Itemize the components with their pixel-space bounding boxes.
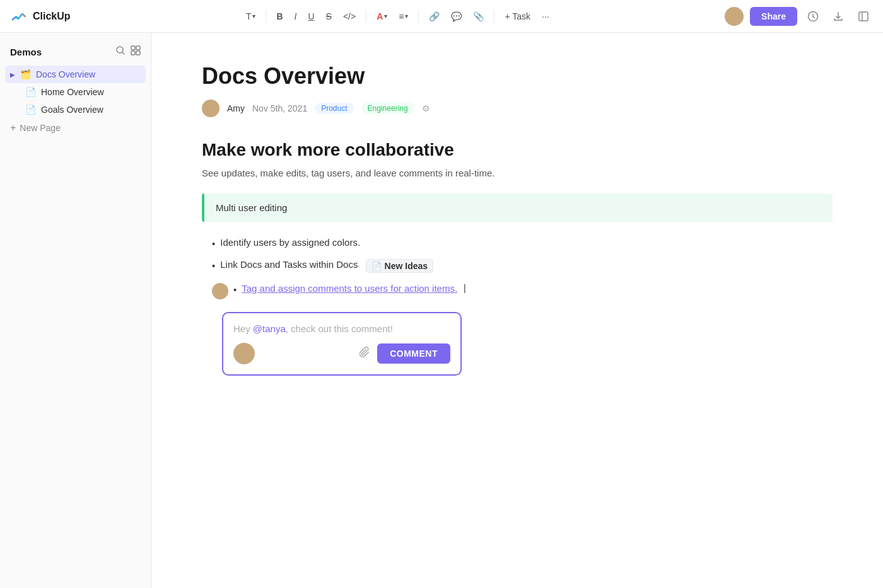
sidebar: Demos ▶ 🗂️ Docs Overview 📄 Home Overview	[0, 33, 151, 588]
search-btn[interactable]	[115, 45, 126, 58]
tag-product[interactable]: Product	[315, 103, 353, 114]
list-item: • Link Docs and Tasks within Docs 📄 New …	[202, 259, 833, 273]
sidebar-toggle-btn[interactable]	[854, 7, 873, 26]
sidebar-item-label: Goals Overview	[41, 105, 103, 115]
svg-point-13	[217, 286, 223, 292]
svg-point-16	[238, 355, 250, 363]
italic-label: I	[295, 11, 297, 21]
code-label: </>	[343, 11, 356, 21]
svg-point-0	[730, 11, 738, 18]
inline-doc-link[interactable]: 📄 New Ideas	[366, 259, 433, 273]
tag-engineering[interactable]: Engineering	[361, 103, 414, 114]
author-avatar	[202, 100, 219, 117]
svg-rect-3	[859, 12, 868, 21]
separator-3	[418, 10, 419, 23]
align-label: ≡	[399, 11, 404, 21]
history-btn[interactable]	[804, 7, 822, 26]
sidebar-item-docs-overview[interactable]: ▶ 🗂️ Docs Overview	[5, 66, 146, 83]
inline-link-label: New Ideas	[385, 261, 428, 271]
chevron-down-icon: ▾	[252, 13, 255, 20]
highlight-text: Multi user editing	[216, 202, 287, 213]
page-icon-2: 📄	[25, 105, 36, 115]
app-logo: ClickUp	[10, 8, 71, 25]
arrow-icon: ▶	[10, 71, 15, 78]
svg-rect-10	[136, 51, 140, 55]
attachment-btn[interactable]: 📎	[469, 9, 488, 24]
plus-icon: +	[10, 122, 16, 134]
attach-btn[interactable]	[360, 347, 371, 361]
sidebar-item-home-overview[interactable]: 📄 Home Overview	[5, 83, 146, 101]
link-icon: 🔗	[429, 11, 440, 21]
code-btn[interactable]: </>	[339, 9, 360, 24]
text-btn-label: T	[246, 11, 252, 21]
attachment-icon: 📎	[473, 11, 484, 21]
svg-point-11	[208, 103, 214, 110]
settings-icon[interactable]: ⚙	[422, 103, 430, 113]
text-style-btn[interactable]: T ▾	[242, 9, 260, 24]
share-button[interactable]: Share	[750, 7, 797, 26]
content-area: Docs Overview Amy Nov 5th, 2021 Product …	[151, 33, 883, 588]
mention-tag: @tanya	[253, 323, 286, 334]
svg-point-15	[240, 347, 248, 355]
bullet-text-1: Identify users by assigned colors.	[220, 237, 360, 248]
add-task-btn[interactable]: + Task	[501, 9, 534, 24]
bullet-dot-3: •	[233, 284, 237, 295]
bullet-dot-2: •	[212, 260, 215, 271]
highlight-block: Multi user editing	[202, 193, 833, 222]
export-btn[interactable]	[829, 7, 848, 26]
separator-2	[366, 10, 366, 23]
list-item: • Tag and assign comments to users for a…	[202, 283, 833, 299]
doc-meta: Amy Nov 5th, 2021 Product Engineering ⚙	[202, 100, 833, 117]
link-btn[interactable]: 🔗	[425, 9, 443, 24]
svg-rect-9	[131, 51, 135, 55]
cursor-indicator: |	[464, 283, 466, 293]
task-label: + Task	[505, 11, 530, 21]
chevron-down-icon-2: ▾	[384, 13, 387, 20]
tagged-user-avatar	[212, 283, 228, 299]
more-label: ···	[542, 11, 549, 21]
sidebar-item-goals-overview[interactable]: 📄 Goals Overview	[5, 101, 146, 118]
comment-submit-btn[interactable]: COMMENT	[377, 343, 450, 364]
tagged-action-text: Tag and assign comments to users for act…	[242, 283, 457, 294]
sidebar-header-icons	[115, 45, 141, 58]
strikethrough-label: S	[326, 11, 332, 21]
new-page-label: New Page	[20, 123, 61, 133]
comment-box: Hey @tanya, check out this comment! COMM…	[222, 312, 462, 376]
text-formatting-toolbar: T ▾ B I U S </> A ▾ ≡ ▾ 🔗 💬 📎 + Task ···	[242, 9, 553, 24]
layout-btn[interactable]	[131, 45, 141, 58]
align-btn[interactable]: ≡ ▾	[395, 9, 412, 24]
toolbar-logo-area: ClickUp	[10, 8, 71, 25]
docs-icon: 🗂️	[20, 69, 31, 79]
svg-rect-7	[131, 46, 135, 50]
list-item: • Identify users by assigned colors.	[202, 237, 833, 249]
page-icon: 📄	[25, 87, 36, 97]
comment-footer: COMMENT	[233, 343, 450, 364]
comment-input-text: Hey @tanya, check out this comment!	[233, 323, 450, 334]
bullet-list: • Identify users by assigned colors. • L…	[202, 237, 833, 299]
commenter-avatar	[233, 343, 255, 364]
toolbar-right: Share	[725, 7, 873, 26]
author-name: Amy	[227, 103, 245, 113]
sidebar-header: Demos	[5, 43, 146, 66]
app-name-label: ClickUp	[33, 11, 71, 22]
more-btn[interactable]: ···	[538, 9, 553, 24]
bold-btn[interactable]: B	[272, 9, 286, 24]
section-heading: Make work more collaborative	[202, 140, 833, 160]
underline-btn[interactable]: U	[304, 9, 318, 24]
chevron-down-icon-3: ▾	[405, 13, 408, 20]
user-avatar	[725, 7, 744, 26]
color-btn[interactable]: A ▾	[373, 9, 391, 24]
italic-btn[interactable]: I	[291, 9, 301, 24]
color-label: A	[377, 11, 383, 21]
sidebar-item-label: Docs Overview	[36, 69, 95, 79]
separator-4	[494, 10, 494, 23]
svg-point-12	[206, 110, 216, 117]
strikethrough-btn[interactable]: S	[322, 9, 336, 24]
svg-rect-8	[136, 46, 140, 50]
separator-1	[266, 10, 266, 23]
comment-icon-btn[interactable]: 💬	[447, 9, 465, 24]
new-page-btn[interactable]: + New Page	[5, 118, 146, 137]
bullet-dot: •	[212, 238, 215, 249]
bold-label: B	[276, 11, 283, 21]
comment-icon: 💬	[451, 11, 462, 21]
